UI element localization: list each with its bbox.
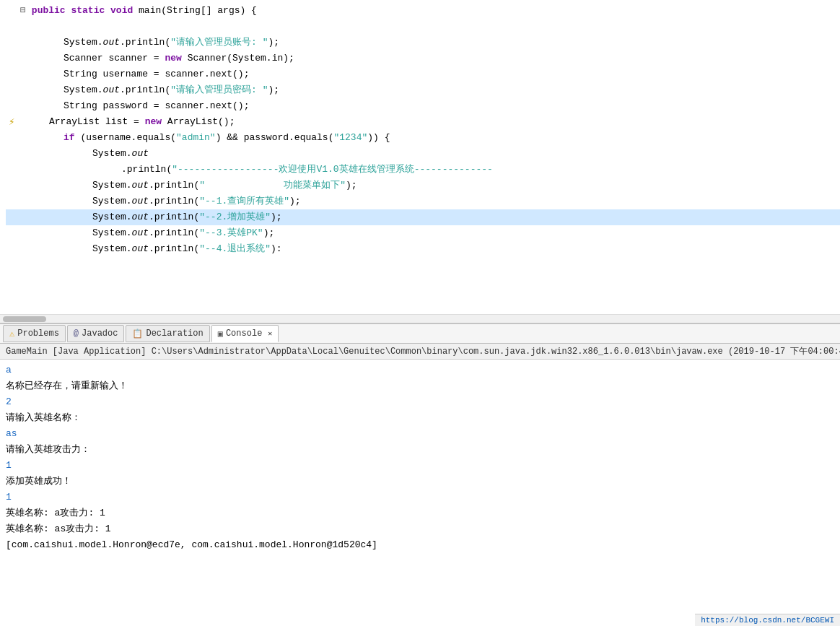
console-line: 请输入英雄攻击力： [6, 442, 834, 458]
code-line: ⚡ ArrayList list = new ArrayList(); [6, 114, 840, 130]
console-line: 添加英雄成功！ [6, 474, 834, 490]
code-editor: ⊟ public static void main(String[] args)… [0, 0, 840, 323]
code-line: System.out [6, 146, 840, 162]
console-output: a 名称已经存在，请重新输入！ 2 请输入英雄名称： as 请输入英雄攻击力： … [0, 360, 840, 556]
code-line: System.out.println("请输入管理员账号: "); [6, 35, 840, 51]
tab-console[interactable]: ▣ Console ✕ [211, 325, 279, 342]
code-line: String username = scanner.next(); [6, 66, 840, 82]
code-line: System.out.println(" 功能菜单如下"); [6, 178, 840, 194]
code-line: System.out.println("--4.退出系统"): [6, 241, 840, 257]
code-line: ⊟ public static void main(String[] args)… [6, 3, 840, 19]
console-line: as [6, 426, 834, 442]
console-line: 名称已经存在，请重新输入！ [6, 378, 834, 394]
code-line: System.out.println("--3.英雄PK"); [6, 225, 840, 241]
code-line: System.out.println("请输入管理员密码: "); [6, 82, 840, 98]
tab-bar: ⚠ Problems @ Javadoc 📋 Declaration ▣ Con… [0, 323, 840, 344]
console-line: 1 [6, 458, 834, 474]
code-line [6, 19, 840, 35]
tab-declaration[interactable]: 📋 Declaration [126, 325, 209, 342]
tab-label: Problems [17, 329, 59, 339]
console-line: 英雄名称: as攻击力: 1 [6, 521, 834, 537]
console-line: 请输入英雄名称： [6, 410, 834, 426]
status-bar-text: https://blog.csdn.net/BCGEWI [701, 616, 834, 625]
tab-label: Declaration [146, 329, 203, 339]
console-icon: ▣ [218, 329, 223, 339]
code-content: ⊟ public static void main(String[] args)… [0, 0, 840, 260]
code-line: if (username.equals("admin") && password… [6, 130, 840, 146]
code-line: .println("------------------欢迎使用V1.0英雄在线… [6, 162, 840, 178]
status-bar: https://blog.csdn.net/BCGEWI [695, 614, 840, 626]
collapse-icon: ⊟ [20, 3, 26, 19]
code-line: Scanner scanner = new Scanner(System.in)… [6, 51, 840, 66]
console-line: [com.caishui.model.Honron@ecd7e, com.cai… [6, 537, 834, 553]
console-header-text: GameMain [Java Application] C:\Users\Adm… [6, 345, 840, 357]
tab-label: Javadoc [82, 329, 118, 339]
code-text: main(String[] args) { [139, 3, 257, 19]
javadoc-icon: @ [74, 329, 79, 339]
code-line: String password = scanner.next(); [6, 98, 840, 114]
problems-icon: ⚠ [9, 329, 14, 339]
code-line-highlighted: System.out.println("--2.增加英雄"); [6, 209, 840, 225]
console-line: a [6, 362, 834, 378]
tab-label: Console [226, 329, 262, 339]
console-line: 英雄名称: a攻击力: 1 [6, 505, 834, 521]
warning-icon: ⚡ [9, 114, 14, 130]
keyword: public static void [32, 3, 139, 19]
console-line: 2 [6, 394, 834, 410]
console-section: GameMain [Java Application] C:\Users\Adm… [0, 344, 840, 626]
scroll-thumb [3, 316, 46, 322]
console-close-button[interactable]: ✕ [268, 329, 272, 338]
code-line: System.out.println("--1.查询所有英雄"); [6, 194, 840, 209]
console-header: GameMain [Java Application] C:\Users\Adm… [0, 344, 840, 360]
declaration-icon: 📋 [132, 329, 143, 339]
console-line: 1 [6, 490, 834, 505]
tab-problems[interactable]: ⚠ Problems [3, 325, 66, 342]
horizontal-scrollbar[interactable] [0, 314, 840, 323]
tab-javadoc[interactable]: @ Javadoc [67, 325, 125, 342]
